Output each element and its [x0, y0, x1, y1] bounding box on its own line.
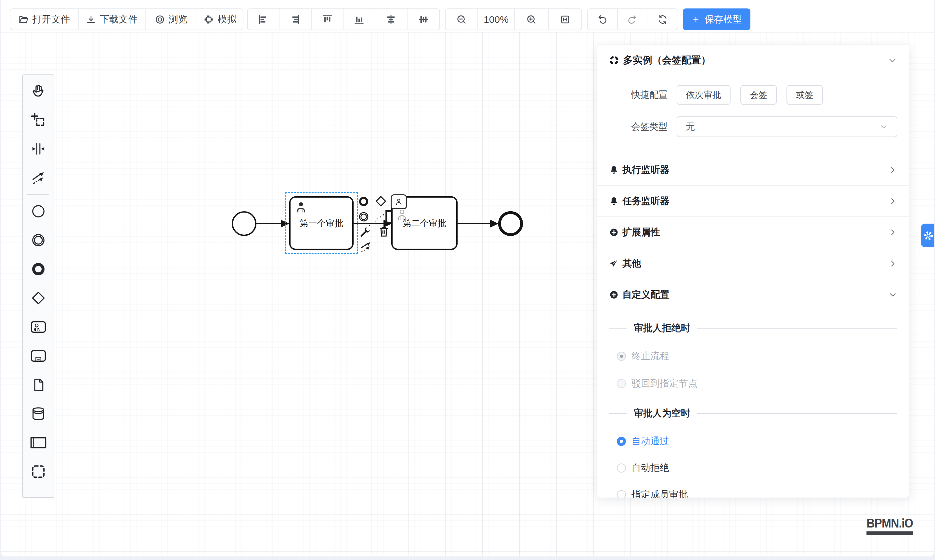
create-intermediate-event[interactable]: [23, 226, 54, 254]
undo-button[interactable]: [587, 9, 618, 29]
zoom-button-group: 100%: [445, 8, 582, 30]
align-left-button[interactable]: [248, 9, 280, 29]
save-model-button[interactable]: ＋ 保存模型: [683, 8, 750, 30]
align-bottom-icon: [354, 14, 364, 25]
connect-icon: [359, 240, 373, 254]
create-gateway[interactable]: [23, 283, 54, 312]
create-start-event[interactable]: [23, 197, 54, 226]
participant-icon: [30, 437, 46, 449]
create-data-store[interactable]: [23, 399, 54, 428]
radio-return-to-node: 驳回到指定节点: [617, 377, 897, 390]
save-model-label: 保存模型: [704, 13, 742, 26]
folder-open-icon: [18, 14, 29, 25]
connect-tool[interactable]: [23, 163, 54, 192]
download-file-button[interactable]: 下载文件: [78, 9, 146, 29]
open-file-button[interactable]: 打开文件: [11, 9, 78, 29]
redo-button[interactable]: [618, 9, 648, 29]
align-right-button[interactable]: [280, 9, 311, 29]
align-bottom-button[interactable]: [343, 9, 375, 29]
user-task-1-label: 第一个审批: [300, 217, 343, 229]
empty-approver-divider: 审批人为空时: [609, 407, 897, 420]
zoom-out-button[interactable]: [446, 9, 478, 29]
chip-icon: [203, 14, 214, 25]
preview-label: 浏览: [169, 13, 188, 26]
section-label: 其他: [622, 257, 641, 270]
settings-drawer-handle[interactable]: [921, 224, 934, 247]
append-text-annotation-button[interactable]: [383, 210, 393, 224]
lasso-tool[interactable]: [23, 105, 54, 134]
panel-header-multi-instance[interactable]: 多实例（会签配置）: [597, 45, 909, 76]
lasso-icon: [31, 112, 46, 128]
create-user-task[interactable]: [23, 312, 54, 341]
preview-button[interactable]: 浏览: [146, 9, 197, 29]
zoom-in-icon: [526, 14, 537, 25]
align-center-horizontal-button[interactable]: [375, 9, 407, 29]
section-execution-listener[interactable]: 执行监听器: [597, 154, 909, 186]
create-subprocess[interactable]: [23, 341, 54, 370]
download-file-label: 下载文件: [100, 13, 137, 26]
radio-selected-icon[interactable]: [617, 437, 626, 446]
append-end-event-button[interactable]: [357, 195, 370, 208]
create-data-object[interactable]: [23, 370, 54, 399]
trash-icon: [378, 225, 390, 238]
section-task-listener[interactable]: 任务监听器: [597, 186, 909, 217]
create-participant[interactable]: [23, 428, 54, 457]
intermediate-event-icon: [358, 211, 369, 223]
radio-unselected-icon[interactable]: [617, 463, 626, 472]
refresh-icon: [657, 14, 668, 25]
multi-instance-icon: [609, 55, 619, 65]
plus-icon: ＋: [691, 13, 701, 26]
quick-option-countersign-button[interactable]: 会签: [740, 85, 777, 105]
create-group[interactable]: [23, 457, 54, 486]
section-extension-properties[interactable]: 扩展属性: [597, 217, 909, 248]
open-file-label: 打开文件: [32, 13, 70, 26]
radio-unselected-icon[interactable]: [617, 490, 626, 498]
append-user-task-badge[interactable]: [391, 194, 407, 209]
append-intermediate-event-button[interactable]: [357, 211, 370, 223]
create-end-event[interactable]: [23, 254, 54, 283]
sign-type-value: 无: [686, 121, 695, 133]
reject-divider: 审批人拒绝时: [609, 322, 897, 335]
refresh-button[interactable]: [647, 9, 678, 29]
radio-auto-pass[interactable]: 自动通过: [617, 435, 897, 448]
group-icon: [31, 464, 46, 479]
radio-auto-reject[interactable]: 自动拒绝: [617, 462, 897, 474]
align-center-vertical-button[interactable]: [408, 9, 439, 29]
connect-button[interactable]: [359, 240, 373, 254]
fit-viewport-icon: [560, 14, 571, 25]
radio-unselected-disabled-icon: [617, 379, 626, 388]
section-other[interactable]: 其他: [597, 248, 909, 279]
align-left-icon: [258, 14, 269, 25]
user-task-icon: [31, 320, 46, 334]
start-event-icon: [31, 204, 46, 219]
gear-icon: [923, 230, 934, 241]
radio-label: 指定成员审批: [632, 488, 688, 498]
sign-type-select[interactable]: 无: [677, 116, 897, 137]
quick-option-orsign-button[interactable]: 或签: [786, 85, 823, 105]
simulate-button[interactable]: 模拟: [197, 9, 243, 29]
user-task-1[interactable]: 第一个审批: [289, 196, 354, 250]
align-top-button[interactable]: [312, 9, 343, 29]
delete-button[interactable]: [377, 224, 391, 238]
hand-tool[interactable]: [23, 76, 54, 105]
quick-option-sequential-button[interactable]: 依次审批: [677, 85, 730, 105]
radio-label: 终止流程: [632, 350, 669, 363]
space-tool[interactable]: [23, 134, 54, 163]
bell-icon: [609, 196, 619, 206]
radio-selected-disabled-icon: [617, 352, 626, 361]
bpmn-io-logo[interactable]: BPMN.iO: [867, 517, 913, 535]
download-icon: [86, 14, 96, 25]
section-custom-config[interactable]: 自定义配置: [597, 279, 909, 310]
fit-viewport-button[interactable]: [549, 9, 581, 29]
append-gateway-button[interactable]: [374, 195, 388, 208]
section-label: 任务监听器: [622, 195, 669, 208]
change-type-button[interactable]: [359, 225, 372, 238]
end-event-icon: [358, 196, 369, 207]
palette-separator: [27, 194, 49, 195]
chevron-right-icon: [888, 197, 897, 206]
zoom-in-button[interactable]: [515, 9, 549, 29]
quick-config-label: 快捷配置: [609, 89, 677, 101]
radio-assign-member[interactable]: 指定成员审批: [617, 488, 897, 498]
align-button-group: [247, 8, 440, 30]
user-icon: [294, 200, 308, 214]
